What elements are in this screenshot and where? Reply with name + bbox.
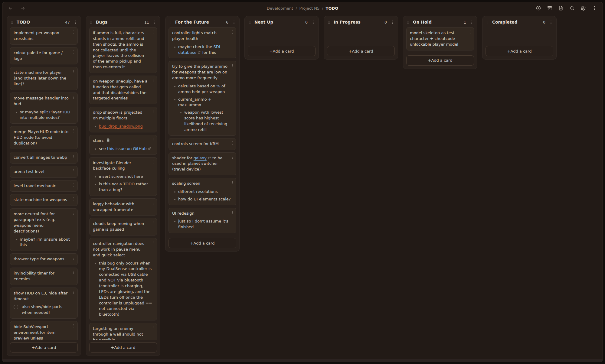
card-menu-button[interactable] — [72, 256, 76, 260]
card-menu-button[interactable] — [230, 180, 234, 185]
card[interactable]: if ammo is full, characters stands in am… — [89, 27, 157, 73]
card[interactable]: invincibility timer for enemies — [10, 268, 78, 285]
card[interactable]: clouds keep moving when game is paused — [89, 218, 157, 236]
column-menu-button[interactable] — [152, 20, 157, 24]
card[interactable]: UI redesignjust so I don't assume it's f… — [168, 208, 236, 233]
card-menu-button[interactable] — [230, 210, 234, 215]
card-menu-button[interactable] — [230, 30, 234, 34]
card[interactable]: controls screen for KBM — [168, 138, 236, 150]
card-menu-button[interactable] — [230, 63, 234, 68]
drag-handle[interactable] — [89, 20, 93, 24]
card-menu-button[interactable] — [72, 70, 76, 74]
card[interactable]: targetting an enemy through a wall shoul… — [89, 323, 157, 340]
card[interactable]: thrower type for weapons — [10, 253, 78, 265]
add-button[interactable] — [536, 5, 541, 11]
card[interactable]: on weapon unequip, have a function that … — [89, 76, 157, 104]
kebab-icon — [72, 270, 76, 275]
card[interactable]: drop shadow is projected on multiple flo… — [89, 107, 157, 132]
horizontal-scrollbar[interactable] — [2, 359, 603, 362]
card[interactable]: controller navigation does not work in p… — [89, 238, 157, 320]
add-card-button[interactable]: +Add a card — [248, 46, 316, 56]
card-menu-button[interactable] — [230, 141, 234, 145]
card[interactable]: scaling screendifferent resolutionshow d… — [168, 178, 236, 205]
drag-handle[interactable] — [168, 20, 172, 24]
card-menu-button[interactable] — [72, 95, 76, 99]
column-menu-button[interactable] — [232, 20, 236, 24]
add-card-button[interactable]: +Add a card — [486, 46, 553, 56]
notes-button[interactable] — [558, 5, 564, 11]
card[interactable]: try to give the player ammo for weapons … — [168, 61, 236, 135]
card[interactable]: show HUD on L3, hide after timeoutalso s… — [10, 288, 78, 319]
card[interactable]: move message handler into hudor maybe sp… — [10, 93, 78, 124]
back-button[interactable] — [8, 6, 13, 11]
column-menu-button[interactable] — [73, 20, 78, 24]
add-card-button[interactable]: +Add a card — [406, 55, 474, 66]
card-menu-button[interactable] — [72, 290, 76, 294]
card-menu-button[interactable] — [151, 160, 155, 164]
card[interactable]: shader for galaxy to be used in planet s… — [168, 152, 236, 176]
drag-handle[interactable] — [10, 20, 14, 24]
card[interactable]: state machine for weapons — [10, 194, 78, 206]
card[interactable]: implement per-weapon crosshairs — [10, 27, 78, 45]
card-link[interactable]: this issue on GitHub — [107, 146, 147, 151]
card[interactable]: stairs see this issue on GitHub — [89, 135, 157, 155]
search-button[interactable] — [569, 5, 575, 11]
kebab-icon — [151, 138, 155, 142]
card-link[interactable]: bug_drop_shadow.png — [99, 124, 143, 128]
drag-handle[interactable] — [327, 20, 331, 24]
drag-handle[interactable] — [486, 20, 489, 24]
card-menu-button[interactable] — [72, 154, 76, 159]
settings-button[interactable] — [580, 5, 586, 11]
breadcrumb-item[interactable]: Development — [267, 6, 293, 11]
card-menu-button[interactable] — [230, 155, 234, 159]
card-menu-button[interactable] — [72, 270, 76, 275]
forward-button[interactable] — [20, 6, 25, 11]
card-list: if ammo is full, characters stands in am… — [86, 27, 160, 340]
card-menu-button[interactable] — [72, 183, 76, 187]
card-menu-button[interactable] — [72, 129, 76, 133]
card-menu-button[interactable] — [72, 324, 76, 328]
card-menu-button[interactable] — [72, 50, 76, 54]
column-menu-button[interactable] — [311, 20, 316, 24]
card-menu-button[interactable] — [151, 30, 155, 34]
card[interactable]: arena test level — [10, 166, 78, 178]
card[interactable]: level travel mechanic — [10, 180, 78, 192]
column-menu-button[interactable] — [390, 20, 395, 24]
card-menu-button[interactable] — [151, 326, 155, 330]
card[interactable]: convert all images to webp — [10, 152, 78, 164]
column-menu-button[interactable] — [549, 20, 553, 24]
card[interactable]: model skeleton as test character + cheat… — [406, 27, 474, 50]
card[interactable]: more neutral font for paragraph texts (e… — [10, 208, 78, 251]
card-menu-button[interactable] — [151, 221, 155, 225]
card[interactable]: state machine for player (and others lat… — [10, 67, 78, 90]
card[interactable]: colour palette for game / logo — [10, 47, 78, 65]
card-menu-button[interactable] — [151, 241, 155, 245]
card[interactable]: hide SubViewport environment for item pr… — [10, 321, 78, 340]
card-menu-button[interactable] — [72, 197, 76, 201]
card-menu-button[interactable] — [151, 109, 155, 114]
add-card-button[interactable]: +Add a card — [10, 342, 78, 353]
card-menu-button[interactable] — [72, 30, 76, 34]
card-link[interactable]: galaxy — [194, 156, 207, 160]
archive-button[interactable] — [547, 5, 552, 11]
add-card-button[interactable]: +Add a card — [327, 46, 395, 56]
card[interactable]: laggy behaviour with uncapped framerate — [89, 198, 157, 216]
drag-handle[interactable] — [248, 20, 252, 24]
card-menu-button[interactable] — [72, 211, 76, 215]
add-card-button[interactable]: +Add a card — [89, 342, 157, 353]
card[interactable]: investigate Blender backface cullinginse… — [89, 157, 157, 196]
card-menu-button[interactable] — [468, 30, 472, 34]
checkbox-circle-icon[interactable] — [14, 305, 18, 309]
card[interactable]: merge PlayerHUD node into HUD node (to a… — [10, 126, 78, 149]
card-menu-button[interactable] — [151, 201, 155, 205]
card-menu-button[interactable] — [151, 78, 155, 83]
more-menu-button[interactable] — [592, 5, 597, 11]
breadcrumb-item[interactable]: TODO — [326, 6, 338, 11]
column-menu-button[interactable] — [469, 20, 474, 24]
drag-handle[interactable] — [406, 20, 410, 24]
add-card-button[interactable]: +Add a card — [168, 238, 236, 248]
card-menu-button[interactable] — [151, 138, 155, 142]
card-menu-button[interactable] — [72, 169, 76, 173]
card[interactable]: controller lights match player healthmay… — [168, 27, 236, 58]
breadcrumb-item[interactable]: Project N5 — [299, 6, 320, 11]
